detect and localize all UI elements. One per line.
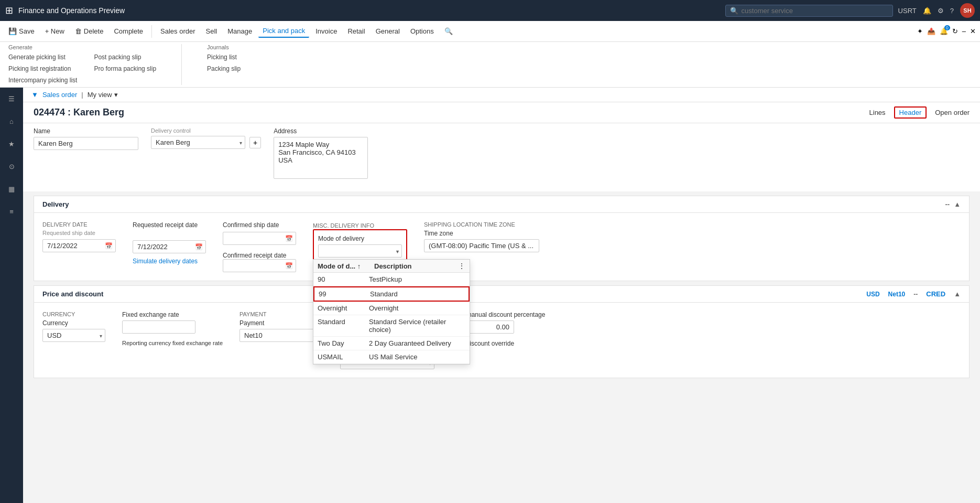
item-code-90: 90 <box>318 275 365 283</box>
mode-of-delivery-input[interactable] <box>318 244 402 258</box>
minimize-icon[interactable]: – <box>962 27 966 35</box>
filter-icon[interactable]: ▼ <box>31 91 38 99</box>
options-button[interactable]: Options <box>406 25 438 37</box>
notification-icon[interactable]: 🔔 <box>923 7 931 15</box>
currency-group: CURRENCY Currency USD <box>42 311 105 369</box>
help-icon[interactable]: ? <box>950 7 954 15</box>
invoice-button[interactable]: Invoice <box>311 25 341 37</box>
retail-button[interactable]: Retail <box>343 25 369 37</box>
search-icon: 🔍 <box>730 7 738 15</box>
currency-select[interactable]: USD <box>42 329 105 342</box>
sidebar-workspaces[interactable]: ▦ <box>5 182 18 196</box>
payment-select-wrapper: Net10 <box>239 329 323 342</box>
avatar: SH <box>960 3 975 18</box>
item-desc-90: TestPickup <box>369 275 465 283</box>
sidebar-hamburger[interactable]: ☰ <box>5 92 18 106</box>
dropdown-item-twoday[interactable]: Two Day 2 Day Guaranteed Delivery <box>313 337 470 350</box>
requested-ship-date-input[interactable] <box>42 239 116 252</box>
send-icon[interactable]: 📤 <box>927 27 935 35</box>
personalize-icon[interactable]: ✦ <box>917 27 923 35</box>
settings-icon[interactable]: ⚙ <box>938 7 944 15</box>
price-header: Price and discount USD Net10 -- CRED ▲ <box>34 286 969 303</box>
ribbon-item-proforma[interactable]: Pro forma packing slip <box>94 64 156 73</box>
delete-button[interactable]: 🗑 Delete <box>71 25 108 37</box>
item-code-99: 99 <box>319 290 366 298</box>
new-button[interactable]: + New <box>41 25 69 37</box>
dash-badge: -- <box>913 291 918 298</box>
fixed-rate-input[interactable] <box>122 320 195 334</box>
add-delivery-button[interactable]: + <box>249 137 261 148</box>
complete-button[interactable]: Complete <box>110 25 147 37</box>
ribbon-item-intercompany[interactable]: Intercompany picking list <box>8 76 77 85</box>
confirmed-ship-group: Confirmed ship date 📅 Confirmed receipt … <box>223 221 296 272</box>
ribbon-item-generate-picking[interactable]: Generate picking list <box>8 52 77 62</box>
search-box[interactable]: 🔍 <box>725 5 893 17</box>
payment-select[interactable]: Net10 <box>239 329 323 342</box>
receipt-date-wrapper: 📅 <box>133 240 206 253</box>
search-input[interactable] <box>742 7 888 15</box>
sidebar-home[interactable]: ⌂ <box>6 114 17 129</box>
delivery-collapse-dash[interactable]: -- <box>945 200 950 208</box>
view-selector[interactable]: My view ▾ <box>88 91 118 99</box>
price-collapse-icon[interactable]: ▲ <box>954 290 961 298</box>
dropdown-item-standard[interactable]: Standard Standard Service (retailer choi… <box>313 315 470 337</box>
open-order-button[interactable]: Open order <box>935 109 970 116</box>
mode-dropdown: Mode of d... ↑ Description ⋮ 90 TestPick… <box>313 259 470 365</box>
name-group: Name <box>34 127 138 179</box>
ribbon-item-packing-slip[interactable]: Packing slip <box>207 64 241 73</box>
dropdown-menu-icon[interactable]: ⋮ <box>458 262 465 270</box>
item-code-overnight: Overnight <box>318 304 365 312</box>
sales-order-button[interactable]: Sales order <box>156 25 199 37</box>
address-textarea[interactable]: 1234 Maple Way San Francisco, CA 94103 U… <box>274 137 368 179</box>
sidebar-modules[interactable]: ≡ <box>6 205 17 219</box>
general-button[interactable]: General <box>372 25 404 37</box>
notification-badge[interactable]: 🔔0 <box>940 27 948 35</box>
header-button[interactable]: Header <box>894 106 927 119</box>
toolbar-right: ✦ 📤 🔔0 ↻ – ✕ <box>917 27 976 35</box>
refresh-icon[interactable]: ↻ <box>952 27 958 35</box>
item-desc-99: Standard <box>370 290 464 298</box>
col1-header: Mode of d... ↑ <box>318 262 370 270</box>
delivery-title: Delivery <box>42 200 69 208</box>
pick-and-pack-button[interactable]: Pick and pack <box>258 25 309 38</box>
name-input[interactable] <box>34 137 138 150</box>
page-actions: Lines Header Open order <box>869 106 970 119</box>
breadcrumb-sep: | <box>81 91 83 99</box>
lines-button[interactable]: Lines <box>869 109 886 116</box>
sidebar-recent[interactable]: ⊙ <box>6 159 18 174</box>
save-button[interactable]: 💾 Save <box>4 25 39 37</box>
breadcrumb-sales-order[interactable]: Sales order <box>42 91 77 99</box>
confirmed-ship-date-wrapper: 📅 <box>223 232 296 245</box>
confirmed-ship-input[interactable] <box>223 232 296 245</box>
ribbon-item-picking-list[interactable]: Picking list <box>207 52 241 62</box>
sell-button[interactable]: Sell <box>202 25 222 37</box>
receipt-date-input[interactable] <box>133 240 206 253</box>
time-zone-input[interactable] <box>424 239 539 252</box>
name-label: Name <box>34 127 138 135</box>
dropdown-item-usmail[interactable]: USMAIL US Mail Service <box>313 350 470 364</box>
item-code-standard: Standard <box>318 318 365 334</box>
grid-icon[interactable]: ⊞ <box>5 5 13 16</box>
dropdown-item-overnight[interactable]: Overnight Overnight <box>313 302 470 315</box>
confirmed-receipt-input[interactable] <box>223 259 296 272</box>
ribbon-item-picking-reg[interactable]: Picking list registration <box>8 64 77 73</box>
manage-button[interactable]: Manage <box>223 25 256 37</box>
payment-group: PAYMENT Payment Net10 <box>239 311 323 369</box>
toolbar-search-button[interactable]: 🔍 <box>440 25 457 37</box>
app-title: Finance and Operations Preview <box>18 6 720 15</box>
delivery-collapse-icon[interactable]: ▲ <box>954 200 961 208</box>
sidebar-favorites[interactable]: ★ <box>5 137 18 151</box>
simulate-link[interactable]: Simulate delivery dates <box>133 258 206 265</box>
currency-badge: USD <box>866 291 879 298</box>
ribbon-item-post-packing[interactable]: Post packing slip <box>94 52 156 62</box>
delivery-control-select[interactable]: Karen Berg <box>151 136 245 149</box>
close-icon[interactable]: ✕ <box>970 27 976 35</box>
dropdown-item-99[interactable]: 99 Standard <box>313 286 470 302</box>
delivery-control-label: Delivery control <box>151 127 261 134</box>
generate-title: Generate <box>8 44 156 50</box>
main-content: ▼ Sales order | My view ▾ 024474 : Karen… <box>23 88 980 503</box>
mode-of-delivery-wrapper: ▾ <box>318 244 402 258</box>
payment-field-label: Payment <box>239 319 323 327</box>
dropdown-item-90[interactable]: 90 TestPickup <box>313 273 470 286</box>
address-label: Address <box>274 127 368 135</box>
